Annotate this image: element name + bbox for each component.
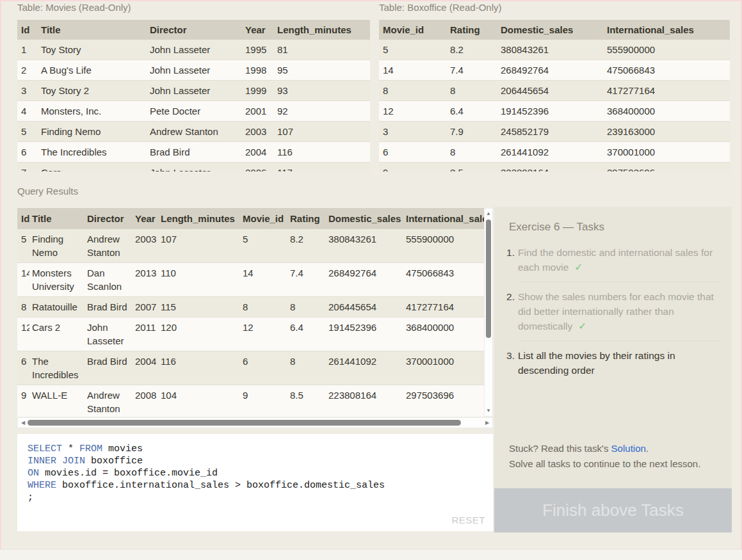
table-cell: The Incredibles [37, 142, 146, 163]
query-results-area: IdTitleDirectorYearLength_minutesMovie_i… [17, 208, 493, 417]
column-header: Length_minutes [158, 208, 240, 229]
solution-link[interactable]: Solution [611, 443, 646, 454]
table-cell: 6 [17, 142, 37, 163]
table-cell: 7.9 [446, 122, 497, 142]
table-cell: 268492764 [326, 263, 403, 297]
task-number: 2. [494, 289, 518, 333]
table-row: 8RatatouilleBrad Bird2007115882064456544… [17, 297, 484, 317]
table-cell: 2001 [241, 101, 273, 122]
checkmark-icon: ✓ [578, 321, 586, 332]
scroll-up-arrow-icon[interactable]: ▲ [485, 211, 492, 216]
column-header: International_sales [403, 208, 484, 229]
table-cell: 206445654 [326, 297, 403, 317]
table-cell: A Bug's Life [37, 60, 146, 81]
table-cell: Toy Story 2 [37, 81, 146, 101]
task-item-3: 3.List all the movies by their ratings i… [494, 343, 732, 383]
tasks-panel: Exercise 6 — Tasks 1.Find the domestic a… [494, 207, 732, 488]
table-row: 2A Bug's LifeJohn Lasseter199895 [17, 60, 370, 81]
reset-button[interactable]: RESET [451, 515, 485, 525]
table-cell: 5 [17, 229, 29, 263]
table-cell: 14 [379, 60, 446, 81]
code-line: WHERE boxoffice.international_sales > bo… [28, 479, 493, 492]
table-row: 6The IncrediblesBrad Bird200411668261441… [17, 351, 484, 385]
column-header: Movie_id [240, 208, 287, 229]
table-cell: 110 [158, 263, 240, 297]
table-cell: Brad Bird [85, 297, 133, 317]
table-row: 68261441092370001000 [379, 142, 730, 163]
task-item-1: 1.Find the domestic and international sa… [494, 240, 732, 280]
code-line: ; [28, 492, 493, 504]
table-cell: 81 [273, 40, 370, 60]
table-cell: 92 [273, 101, 370, 122]
scroll-right-arrow-icon[interactable]: ▶ [483, 420, 491, 426]
table-cell: 191452396 [497, 101, 603, 122]
table-cell: 9 [17, 385, 29, 417]
table-cell: Cars [37, 163, 146, 172]
table-cell: 2003 [241, 122, 273, 142]
table-cell: 5 [17, 122, 37, 142]
table-cell: 297503696 [603, 163, 730, 172]
table-cell: John Lasseter [85, 317, 133, 351]
query-results-table: IdTitleDirectorYearLength_minutesMovie_i… [17, 208, 484, 417]
table-cell: John Lasseter [146, 163, 241, 172]
scroll-down-arrow-icon[interactable]: ▼ [485, 408, 492, 413]
table-cell: 2007 [133, 297, 158, 317]
table-cell: 3 [379, 122, 446, 142]
horizontal-scrollbar[interactable]: ◀ ▶ [17, 417, 493, 428]
table-cell: 206445654 [497, 81, 603, 101]
finish-tasks-button[interactable]: Finish above Tasks [494, 488, 732, 532]
table-cell: 1998 [241, 60, 273, 81]
column-header: Director [146, 20, 241, 40]
table-cell: 7 [17, 163, 37, 172]
table-row: 6The IncrediblesBrad Bird2004116 [17, 142, 370, 163]
table-cell: John Lasseter [146, 81, 241, 101]
column-header: Domestic_sales [326, 208, 403, 229]
column-header: Title [29, 208, 85, 229]
task-text: Find the domestic and international sale… [518, 245, 722, 275]
table-cell: John Lasseter [146, 40, 241, 60]
table-cell: 7.4 [287, 263, 326, 297]
table-cell: 555900000 [403, 229, 484, 263]
task-item-2: 2.Show the sales numbers for each movie … [494, 284, 732, 339]
column-header: Title [37, 20, 146, 40]
boxoffice-table: Movie_idRatingDomestic_salesInternationa… [379, 20, 730, 172]
tasks-list: 1.Find the domestic and international sa… [494, 240, 732, 383]
hint-line-1: Stuck? Read this task's Solution. [509, 441, 720, 456]
vertical-scrollbar[interactable]: ▲ ▼ [484, 208, 493, 417]
sql-code[interactable]: SELECT * FROM moviesINNER JOIN boxoffice… [17, 434, 493, 504]
table-cell: 104 [158, 385, 240, 417]
table-cell: 7.4 [446, 60, 497, 81]
task-number: 1. [494, 245, 518, 275]
table-row: 4Monsters, Inc.Pete Docter200192 [17, 101, 370, 122]
horizontal-scrollbar-thumb[interactable] [28, 420, 461, 426]
table-cell: 8.5 [446, 163, 497, 172]
vertical-scrollbar-thumb[interactable] [486, 220, 491, 338]
table-cell: 8 [287, 351, 326, 385]
table-cell: 370001000 [603, 142, 730, 163]
table-cell: 12 [240, 317, 287, 351]
table-cell: 5 [379, 40, 446, 60]
code-line: SELECT * FROM movies [28, 443, 493, 455]
boxoffice-table-container: Movie_idRatingDomestic_salesInternationa… [379, 20, 730, 172]
table-cell: The Incredibles [29, 351, 85, 385]
table-cell: Finding Nemo [29, 229, 85, 263]
table-cell: 2008 [133, 385, 158, 417]
table-cell: 95 [273, 60, 370, 81]
scroll-left-arrow-icon[interactable]: ◀ [19, 420, 27, 426]
table-cell: 5 [240, 229, 287, 263]
table-row: 147.4268492764475066843 [379, 60, 730, 81]
table-cell: Ratatouille [29, 297, 85, 317]
table-cell: 6.4 [446, 101, 497, 122]
table-cell: 417277164 [603, 81, 730, 101]
table-cell: 107 [273, 122, 370, 142]
table-row: 5Finding NemoAndrew Stanton2003107 [17, 122, 370, 142]
table-cell: Toy Story [37, 40, 146, 60]
table-cell: 2 [17, 60, 37, 81]
column-header: Rating [446, 20, 497, 40]
sql-editor[interactable]: SELECT * FROM moviesINNER JOIN boxoffice… [17, 434, 493, 531]
hint-line-2: Solve all tasks to continue to the next … [509, 456, 720, 472]
table-cell: 6 [240, 351, 287, 385]
table-cell: 8.5 [287, 385, 326, 417]
table-cell: Pete Docter [146, 101, 241, 122]
table-cell: 380843261 [497, 40, 603, 60]
